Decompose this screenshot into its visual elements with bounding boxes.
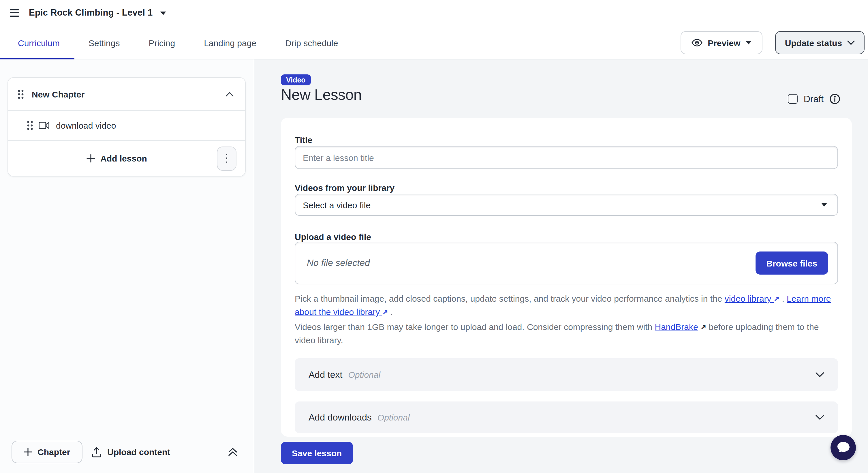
drag-handle-icon[interactable] (18, 89, 24, 99)
tab-bar: Curriculum Settings Pricing Landing page… (0, 27, 868, 59)
add-chapter-button[interactable]: Chapter (11, 441, 82, 463)
drag-handle-icon[interactable] (27, 121, 33, 130)
add-lesson-row: Add lesson (8, 140, 245, 176)
library-field-label: Videos from your library (295, 183, 395, 193)
chapter-header[interactable]: New Chapter (8, 78, 245, 110)
help-text: . (388, 307, 393, 317)
chevron-down-icon (815, 372, 824, 377)
link-label: HandBrake (655, 322, 698, 332)
chevron-down-icon (847, 40, 855, 45)
upload-icon (92, 447, 101, 457)
external-link-icon: ↗ (701, 321, 706, 334)
add-text-section[interactable]: Add text Optional (295, 358, 838, 391)
video-library-help-text: Pick a thumbnail image, add closed capti… (295, 292, 839, 319)
preview-button[interactable]: Preview (681, 31, 762, 54)
upload-content-label: Upload content (107, 447, 170, 457)
link-label: video library (725, 294, 771, 304)
chapter-title: New Chapter (32, 89, 225, 99)
collapse-all-button[interactable] (228, 447, 238, 457)
no-file-text: No file selected (307, 258, 755, 268)
lesson-row[interactable]: download video (8, 110, 245, 140)
curriculum-sidebar: New Chapter download video Add les (0, 59, 254, 473)
tab-landing-page[interactable]: Landing page (189, 27, 271, 59)
lesson-type-badge: Video (281, 74, 311, 85)
file-upload-dropzone[interactable]: No file selected Browse files (295, 242, 838, 284)
handbrake-help-text: Videos larger than 1GB may take longer t… (295, 321, 839, 347)
tab-drip-schedule[interactable]: Drip schedule (271, 27, 352, 59)
help-text: Pick a thumbnail image, add closed capti… (295, 294, 725, 304)
video-camera-icon (39, 122, 50, 129)
video-library-link[interactable]: video library ↗ (725, 294, 779, 304)
sidebar-footer: Chapter Upload content (0, 441, 254, 464)
title-field-label: Title (295, 135, 312, 145)
tab-settings[interactable]: Settings (74, 27, 134, 59)
lesson-title-input[interactable] (295, 146, 838, 169)
select-caret-icon (821, 203, 827, 207)
eye-icon (691, 39, 703, 47)
chat-bubble-icon (836, 441, 851, 454)
chapter-menu-button[interactable] (217, 146, 237, 170)
tab-curriculum[interactable]: Curriculum (0, 27, 74, 59)
hamburger-menu-icon[interactable] (10, 9, 19, 17)
upload-content-button[interactable]: Upload content (92, 441, 170, 463)
update-status-label: Update status (785, 38, 842, 48)
add-downloads-section[interactable]: Add downloads Optional (295, 402, 838, 433)
plus-icon (87, 154, 95, 163)
optional-label: Optional (348, 370, 815, 380)
external-link-icon: ↗ (382, 306, 388, 318)
add-lesson-label: Add lesson (100, 153, 147, 163)
lesson-heading: New Lesson (281, 86, 362, 104)
draft-checkbox[interactable] (788, 94, 798, 104)
tab-pricing[interactable]: Pricing (134, 27, 189, 59)
video-library-select-value: Select a video file (303, 200, 821, 210)
video-library-select[interactable]: Select a video file (295, 194, 838, 216)
external-link-icon: ↗ (774, 292, 779, 305)
double-chevron-up-icon (228, 447, 238, 457)
add-chapter-label: Chapter (37, 447, 70, 457)
lesson-editor-panel: Video New Lesson Draft Title Videos from… (255, 59, 868, 473)
handbrake-link[interactable]: HandBrake (655, 322, 698, 332)
upload-field-label: Upload a video file (295, 232, 371, 242)
chapter-card: New Chapter download video Add les (7, 77, 246, 177)
optional-label: Optional (377, 412, 815, 422)
chevron-up-icon[interactable] (225, 91, 234, 97)
add-text-label: Add text (309, 370, 342, 380)
chevron-down-icon (815, 415, 824, 420)
top-header: Epic Rock Climbing - Level 1 (0, 0, 868, 27)
course-title[interactable]: Epic Rock Climbing - Level 1 (29, 7, 153, 18)
chat-widget-button[interactable] (831, 435, 856, 460)
kebab-icon (226, 154, 227, 163)
draft-label: Draft (804, 94, 824, 104)
draft-group: Draft (788, 93, 840, 104)
lesson-title: download video (56, 121, 116, 130)
help-text: . (779, 294, 787, 304)
add-lesson-button[interactable]: Add lesson (17, 153, 217, 163)
preview-button-label: Preview (708, 38, 740, 48)
course-title-caret-icon[interactable] (160, 11, 166, 15)
info-icon[interactable] (829, 93, 840, 104)
help-text: Videos larger than 1GB may take longer t… (295, 322, 655, 332)
update-status-button[interactable]: Update status (775, 31, 865, 54)
caret-down-icon (746, 41, 751, 44)
add-downloads-label: Add downloads (309, 412, 372, 422)
lesson-form-card: Title Videos from your library Select a … (281, 118, 852, 437)
save-lesson-button[interactable]: Save lesson (281, 442, 353, 464)
browse-files-button[interactable]: Browse files (755, 252, 828, 275)
course-editor-page: Epic Rock Climbing - Level 1 Curriculum … (0, 0, 868, 473)
plus-icon (24, 448, 32, 456)
